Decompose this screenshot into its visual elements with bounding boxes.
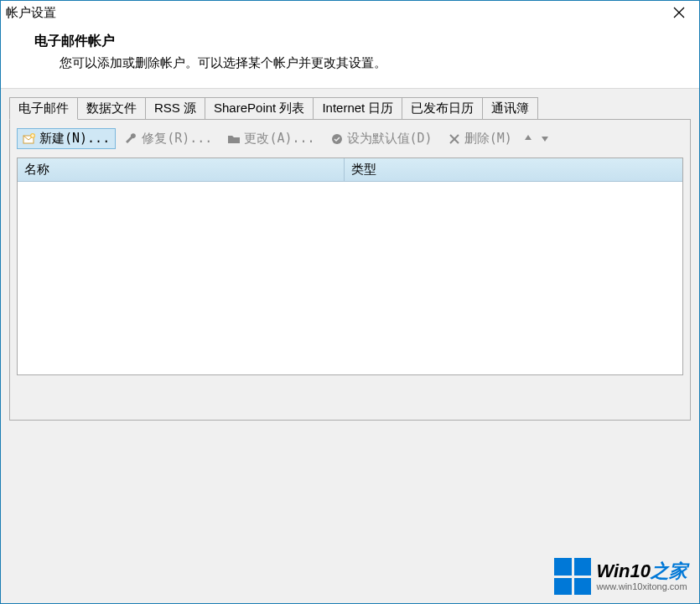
column-type[interactable]: 类型 — [345, 158, 682, 181]
header-title: 电子邮件帐户 — [34, 33, 674, 50]
svg-marker-9 — [525, 135, 531, 140]
tab-rss[interactable]: RSS 源 — [145, 97, 205, 120]
windows-logo-icon — [554, 558, 591, 595]
move-down-button — [538, 132, 552, 146]
watermark-url: www.win10xitong.com — [596, 581, 687, 591]
tabs: 电子邮件 数据文件 RSS 源 SharePoint 列表 Internet 日… — [9, 96, 691, 119]
change-button-label: 更改(A)... — [244, 131, 314, 147]
move-up-button — [521, 132, 535, 146]
window-title: 帐户设置 — [6, 5, 56, 21]
set-default-button: 设为默认值(D) — [324, 128, 438, 149]
titlebar: 帐户设置 — [1, 1, 699, 24]
delete-icon — [448, 132, 461, 146]
wrench-icon — [125, 132, 138, 146]
tab-published-calendar[interactable]: 已发布日历 — [402, 97, 483, 120]
repair-button: 修复(R)... — [119, 128, 218, 149]
new-mail-icon — [23, 132, 36, 146]
header-area: 电子邮件帐户 您可以添加或删除帐户。可以选择某个帐户并更改其设置。 — [1, 24, 699, 88]
list-header: 名称 类型 — [18, 158, 682, 182]
account-settings-window: 帐户设置 电子邮件帐户 您可以添加或删除帐户。可以选择某个帐户并更改其设置。 电… — [0, 0, 700, 604]
watermark: Win10之家 www.win10xitong.com — [554, 558, 687, 595]
tab-data-files[interactable]: 数据文件 — [77, 97, 146, 120]
delete-button: 删除(M) — [442, 128, 518, 149]
arrow-down-icon — [540, 133, 550, 143]
new-button[interactable]: 新建(N)... — [17, 128, 116, 149]
close-button[interactable] — [664, 3, 694, 23]
tab-sharepoint[interactable]: SharePoint 列表 — [205, 97, 314, 120]
check-circle-icon — [330, 132, 344, 146]
delete-button-label: 删除(M) — [464, 131, 512, 147]
arrow-up-icon — [523, 133, 533, 143]
tab-email[interactable]: 电子邮件 — [9, 97, 78, 120]
tab-panel: 新建(N)... 修复(R)... 更改(A)... — [9, 119, 691, 421]
tab-internet-calendar[interactable]: Internet 日历 — [313, 97, 402, 120]
column-name[interactable]: 名称 — [18, 158, 345, 181]
new-button-label: 新建(N)... — [39, 131, 110, 147]
body-area: 电子邮件 数据文件 RSS 源 SharePoint 列表 Internet 日… — [1, 88, 699, 603]
svg-marker-10 — [542, 137, 548, 142]
close-icon — [673, 7, 685, 18]
repair-button-label: 修复(R)... — [142, 131, 212, 147]
tab-address-book[interactable]: 通讯簿 — [482, 97, 538, 120]
change-button: 更改(A)... — [221, 128, 320, 149]
account-list[interactable]: 名称 类型 — [17, 157, 683, 375]
toolbar: 新建(N)... 修复(R)... 更改(A)... — [17, 128, 683, 149]
folder-icon — [227, 132, 241, 146]
header-description: 您可以添加或删除帐户。可以选择某个帐户并更改其设置。 — [60, 55, 674, 71]
watermark-brand: Win10之家 — [596, 561, 687, 581]
set-default-button-label: 设为默认值(D) — [347, 131, 433, 147]
